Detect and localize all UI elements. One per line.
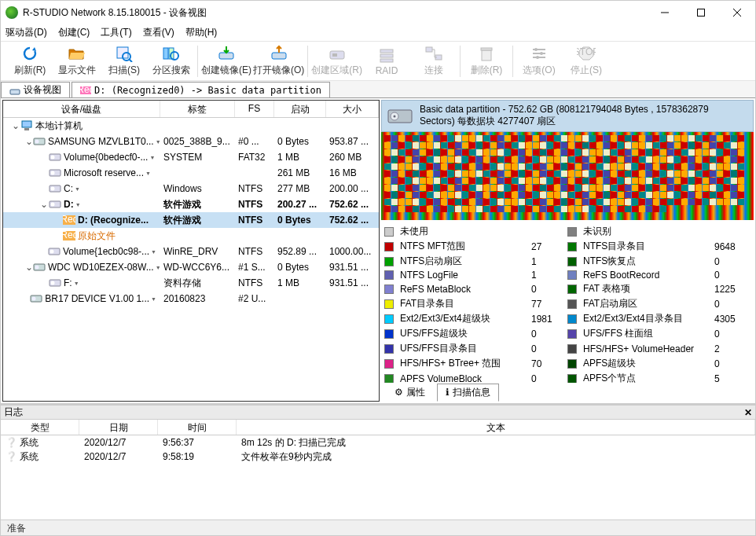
info-bubble-icon: ❔ (6, 437, 17, 448)
legend-name: Ext2/Ext3/Ext4目录条目 (583, 312, 710, 325)
device-tree[interactable]: ⌄本地计算机⌄SAMSUNG MZVLB1T0...▼0025_388B_9..… (3, 118, 379, 401)
close-button[interactable] (719, 1, 755, 24)
toolbar-makeimg-button[interactable]: 创建镜像(E) (201, 43, 251, 79)
legend-name: NTFS启动扇区 (400, 255, 527, 268)
dropdown-icon[interactable]: ▼ (74, 281, 79, 286)
tree-row[interactable]: ⌄WDC WD10EZEX-08W...▼WD-WCC6Y6...#1 S...… (3, 259, 379, 275)
dropdown-icon[interactable]: ▼ (149, 155, 155, 160)
menu-item[interactable]: 帮助(H) (185, 26, 218, 39)
legend-swatch (384, 285, 394, 294)
toolbar-open-button[interactable]: 显示文件 (54, 43, 100, 79)
col-fs[interactable]: FS (235, 101, 274, 117)
scan-map[interactable] (381, 132, 754, 220)
tree-row[interactable]: C:▼WindowsNTFS277 MB200.00 ... (3, 181, 379, 196)
log-header: 日志 ✕ (1, 406, 755, 420)
dropdown-icon[interactable]: ▼ (151, 296, 156, 302)
hdd-icon (33, 262, 46, 273)
legend-value: 1225 (714, 284, 750, 295)
tree-row[interactable]: BR17 DEVICE V1.00 1...▼20160823#2 U... (3, 291, 379, 307)
logcol-date[interactable]: 日期 (79, 420, 158, 435)
legend-name: UFS/FFS目录条目 (400, 342, 527, 355)
maximize-button[interactable] (683, 1, 719, 24)
scan-icon (115, 45, 134, 62)
raid-icon (377, 46, 396, 64)
legend-swatch (384, 374, 394, 384)
toolbar-raid-button: RAID (364, 43, 409, 79)
tree-row[interactable]: ⌄SAMSUNG MZVLB1T0...▼0025_388B_9...#0 ..… (3, 134, 379, 149)
legend-name: NTFS LogFile (400, 270, 527, 281)
col-size[interactable]: 大小 (326, 101, 379, 117)
log-pane: 日志 ✕ 类型 日期 时间 文本 ❔ 系统2020/12/79:56:378m … (1, 403, 755, 519)
svg-rect-13 (332, 53, 337, 57)
tree-row[interactable]: Rec原始文件 (3, 228, 379, 244)
doc-tab[interactable]: RecD: (Recognized0) -> Basic data partit… (72, 82, 330, 97)
menu-item[interactable]: 工具(T) (101, 26, 131, 39)
legend-swatch (384, 299, 394, 309)
logcol-type[interactable]: 类型 (1, 420, 79, 435)
device-name: Volume{0bedecf0-... (64, 152, 148, 163)
col-label[interactable]: 标签 (160, 101, 235, 117)
legend-value: 0 (714, 256, 750, 267)
cell-size: 1000.00... (326, 246, 379, 257)
tree-row[interactable]: Volume{0bedecf0-...▼SYSTEMFAT321 MB260 M… (3, 149, 379, 165)
legend-swatch (567, 242, 577, 251)
col-device[interactable]: 设备/磁盘 (3, 101, 160, 117)
expand-arrow-icon[interactable]: ⌄ (25, 136, 33, 147)
menu-item[interactable]: 驱动器(D) (6, 26, 47, 39)
tab-scan-info[interactable]: ℹ扫描信息 (437, 384, 499, 402)
legend-swatch (384, 227, 394, 237)
expand-arrow-icon[interactable]: ⌄ (39, 199, 49, 210)
menu-item[interactable]: 创建(C) (58, 26, 90, 39)
hdd-icon (33, 136, 46, 147)
tab-properties[interactable]: ⚙属性 (386, 384, 434, 402)
logcol-time[interactable]: 时间 (158, 420, 237, 435)
doc-tab[interactable]: 设备视图 (1, 82, 70, 97)
log-row[interactable]: ❔ 系统2020/12/79:58:19文件枚举在9秒内完成 (1, 450, 755, 464)
logcol-text[interactable]: 文本 (237, 420, 755, 435)
expand-arrow-icon[interactable]: ⌄ (25, 262, 33, 273)
partsearch-icon (162, 45, 181, 62)
dropdown-icon[interactable]: ▼ (75, 202, 81, 207)
legend-swatch (567, 299, 577, 309)
menu-item[interactable]: 查看(V) (143, 26, 174, 39)
cell-start: 277 MB (274, 183, 326, 194)
log-close-button[interactable]: ✕ (744, 407, 752, 418)
col-start[interactable]: 启动 (274, 101, 326, 117)
tree-row[interactable]: Microsoft reserve...▼261 MB16 MB (3, 165, 379, 181)
dropdown-icon[interactable]: ▼ (151, 249, 156, 255)
toolbar-openimg-button[interactable]: 打开镜像(O) (253, 43, 304, 79)
tree-row[interactable]: ⌄D:▼软件游戏NTFS200.27 ...752.62 ... (3, 196, 379, 212)
rec-icon: Rec (63, 215, 75, 226)
minimize-button[interactable] (647, 1, 683, 24)
legend-value: 9648 (714, 241, 750, 252)
pc-icon (20, 120, 33, 131)
legend-swatch (384, 257, 394, 266)
legend-name: Ext2/Ext3/Ext4超级块 (400, 312, 527, 325)
legend-value: 1 (531, 256, 563, 267)
legend-name: NTFS恢复点 (583, 255, 710, 268)
tree-row[interactable]: RecD: (Recognize...软件游戏NTFS0 Bytes752.62… (3, 212, 379, 228)
dropdown-icon[interactable]: ▼ (145, 171, 151, 176)
dropdown-icon[interactable]: ▼ (75, 186, 80, 192)
cell-start: 0 Bytes (274, 215, 326, 226)
toolbar-refresh-button[interactable]: 刷新(R) (7, 43, 53, 79)
log-row[interactable]: ❔ 系统2020/12/79:56:378m 12s 的 D: 扫描已完成 (1, 435, 755, 450)
cell-size: 953.87 ... (326, 136, 379, 147)
tree-row[interactable]: F:▼资料存储NTFS1 MB931.51 ... (3, 275, 379, 291)
toolbar-connect-button: 连接 (411, 43, 457, 79)
cell-fs: NTFS (235, 215, 274, 226)
svg-point-37 (51, 156, 55, 160)
window-title: R-STUDIO Network 8.15.180015 - 设备视图 (23, 6, 647, 20)
tree-row[interactable]: Volume{1ecb0c98-...▼WinRE_DRVNTFS952.89 … (3, 244, 379, 259)
toolbar-scan-button[interactable]: 扫描(S) (101, 43, 147, 79)
legend-name: FAT 表格项 (583, 282, 710, 296)
cell-fs: #1 S... (235, 262, 274, 273)
svg-text:STOP: STOP (577, 46, 596, 57)
toolbar-partsearch-button[interactable]: 分区搜索 (149, 43, 194, 79)
expand-arrow-icon[interactable]: ⌄ (11, 120, 20, 131)
tree-row[interactable]: ⌄本地计算机 (3, 118, 379, 134)
legend-swatch (567, 374, 577, 384)
legend-value: 0 (531, 329, 563, 340)
legend-swatch (567, 329, 577, 339)
svg-rect-16 (380, 59, 393, 62)
